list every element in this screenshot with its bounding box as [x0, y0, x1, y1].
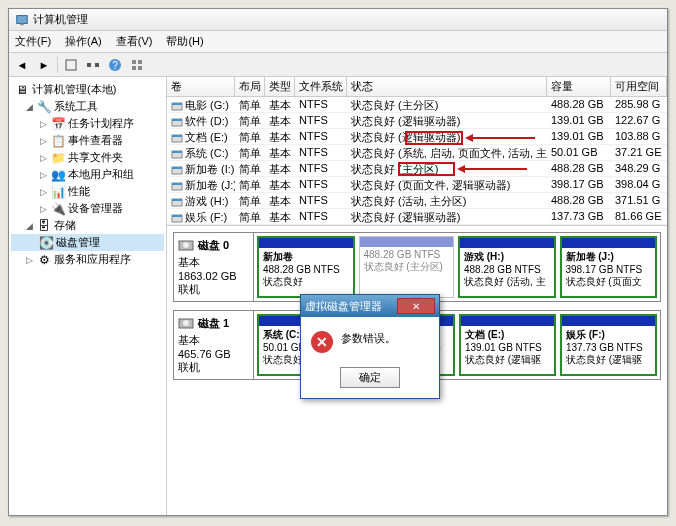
col-status[interactable]: 状态	[347, 77, 547, 96]
svg-rect-0	[17, 15, 28, 23]
dialog-title: 虚拟磁盘管理器	[305, 299, 382, 314]
col-volume[interactable]: 卷	[167, 77, 235, 96]
tree-item[interactable]: ▷🔌设备管理器	[11, 200, 164, 217]
partition-bar	[562, 238, 656, 248]
partition-bar	[360, 237, 454, 247]
svg-rect-24	[172, 199, 182, 201]
menu-action[interactable]: 操作(A)	[65, 34, 102, 49]
nav-tree[interactable]: 🖥计算机管理(本地) ◢🔧系统工具 ▷📅任务计划程序▷📋事件查看器▷📁共享文件夹…	[9, 77, 167, 515]
tree-disk-mgmt[interactable]: 💽磁盘管理	[11, 234, 164, 251]
tree-item[interactable]: ▷📁共享文件夹	[11, 149, 164, 166]
tree-item[interactable]: ▷📋事件查看器	[11, 132, 164, 149]
ok-button[interactable]: 确定	[340, 367, 400, 388]
dialog-titlebar[interactable]: 虚拟磁盘管理器 ✕	[301, 295, 439, 317]
app-icon	[15, 13, 29, 27]
menu-help[interactable]: 帮助(H)	[166, 34, 203, 49]
volume-row[interactable]: 电影 (G:) 简单基本NTFS 状态良好 (主分区)488.28 GB285.…	[167, 97, 667, 113]
expand-icon[interactable]: ▷	[39, 153, 48, 162]
window-title: 计算机管理	[33, 12, 88, 27]
partition-bar	[461, 316, 554, 326]
volume-list[interactable]: 电影 (G:) 简单基本NTFS 状态良好 (主分区)488.28 GB285.…	[167, 97, 667, 225]
close-button[interactable]: ✕	[397, 298, 435, 314]
partition[interactable]: 新加卷 (J:)398.17 GB NTFS状态良好 (页面文	[560, 236, 658, 298]
col-free[interactable]: 可用空间	[611, 77, 667, 96]
tree-services[interactable]: ▷⚙服务和应用程序	[11, 251, 164, 268]
toolbar-btn-2[interactable]	[84, 56, 102, 74]
folder-icon: 📅	[51, 117, 65, 131]
menu-file[interactable]: 文件(F)	[15, 34, 51, 49]
tree-storage[interactable]: ◢🗄存储	[11, 217, 164, 234]
folder-icon: 👥	[51, 168, 65, 182]
collapse-icon[interactable]: ◢	[25, 102, 34, 111]
partition[interactable]: 游戏 (H:)488.28 GB NTFS状态良好 (活动, 主	[458, 236, 556, 298]
svg-rect-12	[172, 103, 182, 105]
partition[interactable]: 488.28 GB NTFS状态良好 (主分区)	[359, 236, 455, 298]
main-window: 计算机管理 文件(F) 操作(A) 查看(V) 帮助(H) ◄ ► ? 🖥计算机…	[8, 8, 668, 516]
svg-rect-16	[172, 135, 182, 137]
svg-text:?: ?	[112, 60, 118, 71]
volume-row[interactable]: 新加卷 (J:) 简单基本NTFS 状态良好 (页面文件, 逻辑驱动器)398.…	[167, 177, 667, 193]
tree-item[interactable]: ▷👥本地用户和组	[11, 166, 164, 183]
back-button[interactable]: ◄	[13, 56, 31, 74]
volume-row[interactable]: 系统 (C:) 简单基本NTFS 状态良好 (系统, 启动, 页面文件, 活动,…	[167, 145, 667, 161]
separator	[57, 57, 58, 73]
svg-rect-18	[172, 151, 182, 153]
disk-label[interactable]: 磁盘 1 基本465.76 GB联机	[174, 311, 254, 379]
svg-rect-3	[87, 63, 91, 67]
forward-button[interactable]: ►	[35, 56, 53, 74]
toolbar-btn-3[interactable]	[128, 56, 146, 74]
error-dialog[interactable]: 虚拟磁盘管理器 ✕ ✕ 参数错误。 确定	[300, 294, 440, 399]
expand-icon[interactable]: ▷	[39, 170, 48, 179]
volume-row[interactable]: 新加卷 (I:) 简单基本NTFS 状态良好 (主分区)488.28 GB348…	[167, 161, 667, 177]
partition[interactable]: 娱乐 (F:)137.73 GB NTFS状态良好 (逻辑驱	[560, 314, 657, 376]
dialog-buttons: 确定	[301, 361, 439, 398]
volume-row[interactable]: 文档 (E:) 简单基本NTFS 状态良好 (逻辑驱动器)139.01 GB10…	[167, 129, 667, 145]
tree-system-tools[interactable]: ◢🔧系统工具	[11, 98, 164, 115]
svg-rect-4	[95, 63, 99, 67]
tree-root[interactable]: 🖥计算机管理(本地)	[11, 81, 164, 98]
partition-bar	[259, 238, 353, 248]
partition-bar	[460, 238, 554, 248]
tree-item[interactable]: ▷📅任务计划程序	[11, 115, 164, 132]
col-capacity[interactable]: 容量	[547, 77, 611, 96]
volume-row[interactable]: 娱乐 (F:) 简单基本NTFS 状态良好 (逻辑驱动器)137.73 GB81…	[167, 209, 667, 225]
disk-label[interactable]: 磁盘 0 基本1863.02 GB联机	[174, 233, 254, 301]
svg-rect-1	[20, 23, 24, 25]
toolbar-btn-1[interactable]	[62, 56, 80, 74]
toolbar: ◄ ► ?	[9, 53, 667, 77]
svg-rect-22	[172, 183, 182, 185]
expand-icon[interactable]: ▷	[39, 187, 48, 196]
tree-item[interactable]: ▷📊性能	[11, 183, 164, 200]
svg-rect-26	[172, 215, 182, 217]
menubar: 文件(F) 操作(A) 查看(V) 帮助(H)	[9, 31, 667, 53]
col-fs[interactable]: 文件系统	[295, 77, 347, 96]
volume-row[interactable]: 游戏 (H:) 简单基本NTFS 状态良好 (活动, 主分区)488.28 GB…	[167, 193, 667, 209]
svg-rect-14	[172, 119, 182, 121]
volume-row[interactable]: 软件 (D:) 简单基本NTFS 状态良好 (逻辑驱动器)139.01 GB12…	[167, 113, 667, 129]
disk-icon: 💽	[39, 236, 53, 250]
dialog-message: 参数错误。	[341, 331, 396, 346]
partition[interactable]: 新加卷488.28 GB NTFS状态良好	[257, 236, 355, 298]
menu-view[interactable]: 查看(V)	[116, 34, 153, 49]
titlebar[interactable]: 计算机管理	[9, 9, 667, 31]
folder-icon: 📁	[51, 151, 65, 165]
svg-rect-7	[132, 60, 136, 64]
expand-icon[interactable]: ▷	[39, 119, 48, 128]
help-icon[interactable]: ?	[106, 56, 124, 74]
partition-bar	[562, 316, 655, 326]
collapse-icon[interactable]: ◢	[25, 221, 34, 230]
expand-icon[interactable]: ▷	[39, 136, 48, 145]
list-header: 卷 布局 类型 文件系统 状态 容量 可用空间	[167, 77, 667, 97]
expand-icon[interactable]: ▷	[25, 255, 34, 264]
dialog-body: ✕ 参数错误。	[301, 317, 439, 361]
svg-point-30	[183, 320, 189, 326]
partition[interactable]: 文档 (E:)139.01 GB NTFS状态良好 (逻辑驱	[459, 314, 556, 376]
disk-row[interactable]: 磁盘 0 基本1863.02 GB联机 新加卷488.28 GB NTFS状态良…	[173, 232, 661, 302]
col-type[interactable]: 类型	[265, 77, 295, 96]
svg-rect-10	[138, 66, 142, 70]
col-layout[interactable]: 布局	[235, 77, 265, 96]
wrench-icon: 🔧	[37, 100, 51, 114]
svg-point-28	[183, 242, 189, 248]
expand-icon[interactable]: ▷	[39, 204, 48, 213]
folder-icon: 🔌	[51, 202, 65, 216]
